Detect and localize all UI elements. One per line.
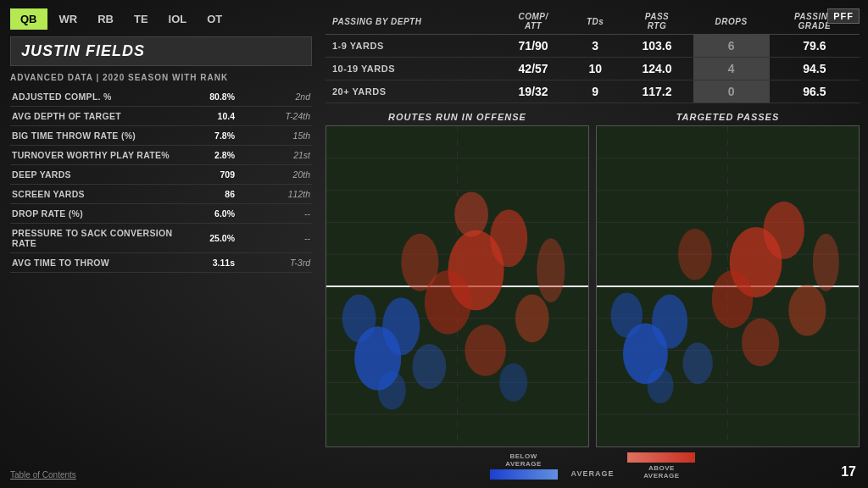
- svg-point-15: [465, 324, 506, 375]
- legend-below-bar: [490, 469, 558, 480]
- stat-label-4: DEEP YARDS: [10, 165, 176, 185]
- stat-rank-0: 2nd: [236, 87, 312, 107]
- passing-row-label-2: 20+ YARDS: [326, 80, 497, 103]
- tab-qb[interactable]: QB: [10, 8, 47, 30]
- legend-below-label: BELOWAVERAGE: [505, 452, 541, 468]
- svg-point-17: [537, 238, 565, 302]
- pff-logo: PFF: [827, 8, 860, 24]
- heatmaps-row: ROUTES RUN IN OFFENSE: [326, 112, 860, 447]
- svg-point-39: [788, 285, 826, 336]
- legend-above-bar: [627, 452, 695, 463]
- passing-row-label-0: 1-9 YARDS: [326, 35, 497, 58]
- stat-value-8: 3.11s: [176, 253, 236, 273]
- tab-wr[interactable]: WR: [51, 9, 86, 29]
- tab-iol[interactable]: IOL: [160, 9, 196, 29]
- stat-value-7: 25.0%: [176, 224, 236, 253]
- stat-rank-8: T-3rd: [236, 253, 312, 273]
- legend-row: BELOWAVERAGE AVERAGE ABOVEAVERAGE: [326, 452, 860, 480]
- passing-table-header-title: PASSING BY DEPTH: [326, 8, 497, 35]
- stat-label-2: BIG TIME THROW RATE (%): [10, 126, 176, 146]
- legend-below: BELOWAVERAGE: [490, 452, 558, 480]
- tab-te[interactable]: TE: [125, 9, 157, 29]
- stats-row-4: DEEP YARDS 709 20th: [10, 165, 312, 185]
- stat-value-2: 7.8%: [176, 126, 236, 146]
- passing-row-grade-0: 79.6: [770, 35, 860, 58]
- heatmap-targeted-title: TARGETED PASSES: [596, 112, 860, 122]
- svg-point-42: [813, 234, 839, 291]
- right-panel: PASSING BY DEPTH COMP/ATT TDs PASSRTG DR…: [322, 0, 868, 488]
- stats-row-5: SCREEN YARDS 86 112th: [10, 185, 312, 204]
- passing-row-pass-rtg-1: 124.0: [621, 58, 693, 80]
- passing-row-comp-att-1: 42/57: [497, 58, 569, 80]
- svg-point-45: [611, 293, 643, 338]
- stat-label-3: TURNOVER WORTHY PLAY RATE%: [10, 146, 176, 165]
- stat-value-6: 6.0%: [176, 204, 236, 224]
- passing-row-comp-att-2: 19/32: [497, 80, 569, 103]
- svg-point-12: [490, 209, 527, 267]
- player-banner: JUSTIN FIELDS: [10, 36, 312, 66]
- svg-point-16: [401, 234, 438, 291]
- stat-value-5: 86: [176, 185, 236, 204]
- svg-point-20: [382, 297, 420, 355]
- stat-label-8: AVG TIME TO THROW: [10, 253, 176, 273]
- stat-rank-6: --: [236, 204, 312, 224]
- left-panel: QB WR RB TE IOL OT JUSTIN FIELDS ADVANCE…: [0, 0, 322, 488]
- passing-row-tds-2: 9: [570, 80, 621, 103]
- heatmap-targeted-frame: [596, 125, 860, 447]
- stat-rank-4: 20th: [236, 165, 312, 185]
- position-tabs: QB WR RB TE IOL OT: [10, 8, 312, 30]
- stat-label-5: SCREEN YARDS: [10, 185, 176, 204]
- passing-row-comp-att-0: 71/90: [497, 35, 569, 58]
- stat-rank-3: 21st: [236, 146, 312, 165]
- passing-row-grade-1: 94.5: [770, 58, 860, 80]
- svg-point-44: [652, 294, 687, 348]
- stat-value-4: 709: [176, 165, 236, 185]
- passing-table: PASSING BY DEPTH COMP/ATT TDs PASSRTG DR…: [326, 8, 860, 103]
- svg-point-22: [378, 371, 406, 409]
- stat-rank-1: T-24th: [236, 107, 312, 126]
- stat-value-0: 80.8%: [176, 87, 236, 107]
- passing-row-drops-1: 4: [693, 58, 770, 80]
- stats-row-6: DROP RATE (%) 6.0% --: [10, 204, 312, 224]
- svg-point-46: [648, 368, 674, 403]
- stat-rank-7: --: [236, 224, 312, 253]
- heatmap-routes: ROUTES RUN IN OFFENSE: [326, 112, 589, 447]
- passing-row-0: 1-9 YARDS 71/90 3 103.6 6 79.6: [326, 35, 860, 58]
- stat-value-1: 10.4: [176, 107, 236, 126]
- heatmap-routes-frame: [326, 125, 589, 447]
- passing-row-pass-rtg-2: 117.2: [621, 80, 693, 103]
- section-label: ADVANCED DATA | 2020 SEASON WITH RANK: [10, 73, 312, 82]
- passing-col-comp-att: COMP/ATT: [497, 8, 569, 35]
- legend-average-label: AVERAGE: [571, 469, 615, 480]
- svg-point-18: [454, 191, 488, 236]
- player-name: JUSTIN FIELDS: [21, 42, 301, 60]
- stats-row-8: AVG TIME TO THROW 3.11s T-3rd: [10, 253, 312, 273]
- stat-rank-5: 112th: [236, 185, 312, 204]
- stat-label-0: ADJUSTED COMPL. %: [10, 87, 176, 107]
- passing-row-drops-0: 6: [693, 35, 770, 58]
- passing-col-tds: TDs: [570, 8, 621, 35]
- passing-row-2: 20+ YARDS 19/32 9 117.2 0 96.5: [326, 80, 860, 103]
- passing-row-label-1: 10-19 YARDS: [326, 58, 497, 80]
- tab-rb[interactable]: RB: [89, 9, 122, 29]
- passing-row-tds-0: 3: [570, 35, 621, 58]
- svg-point-24: [499, 363, 527, 402]
- stat-label-7: PRESSURE TO SACK CONVERSION RATE: [10, 224, 176, 253]
- stats-row-1: AVG DEPTH OF TARGET 10.4 T-24th: [10, 107, 312, 126]
- stats-row-3: TURNOVER WORTHY PLAY RATE% 2.8% 21st: [10, 146, 312, 165]
- stat-label-6: DROP RATE (%): [10, 204, 176, 224]
- stats-table: ADJUSTED COMPL. % 80.8% 2nd AVG DEPTH OF…: [10, 87, 312, 273]
- heatmap-routes-title: ROUTES RUN IN OFFENSE: [326, 112, 589, 122]
- table-of-contents-link[interactable]: Table of Contents: [10, 465, 312, 480]
- passing-row-grade-2: 96.5: [770, 80, 860, 103]
- legend-above-label: ABOVEAVERAGE: [643, 464, 679, 480]
- stat-rank-2: 15th: [236, 126, 312, 146]
- stat-value-3: 2.8%: [176, 146, 236, 165]
- svg-point-41: [678, 229, 712, 280]
- svg-point-40: [742, 319, 779, 367]
- tab-ot[interactable]: OT: [198, 9, 231, 29]
- svg-point-21: [342, 294, 376, 342]
- passing-row-tds-1: 10: [570, 58, 621, 80]
- svg-point-38: [712, 270, 754, 328]
- stats-row-0: ADJUSTED COMPL. % 80.8% 2nd: [10, 87, 312, 107]
